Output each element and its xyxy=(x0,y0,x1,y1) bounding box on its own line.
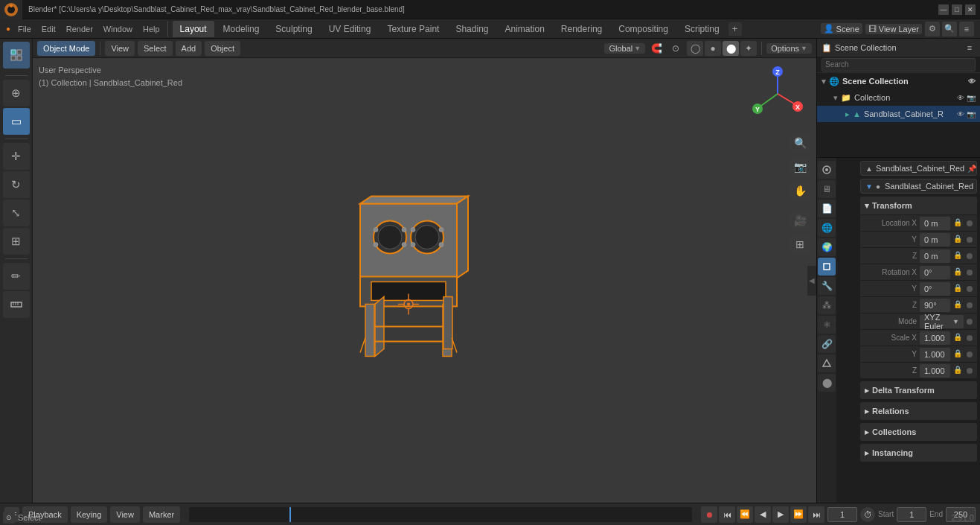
engine-selector-icon[interactable]: ⚙ xyxy=(925,22,940,36)
outliner-scene-collection[interactable]: ▾ 🌐 Scene Collection 👁 xyxy=(817,73,980,89)
prop-tab-physics[interactable]: ⚛ xyxy=(818,316,836,334)
pin-icon[interactable]: 📌 xyxy=(967,165,976,173)
rotation-y-value[interactable]: 0° xyxy=(920,282,950,296)
tab-rendering[interactable]: Rendering xyxy=(554,21,609,37)
add-menu-button[interactable]: Add xyxy=(176,41,202,56)
rotate-tool-button[interactable]: ↻ xyxy=(3,171,30,198)
cursor-tool-button[interactable]: ⊕ xyxy=(3,80,30,106)
object-selector[interactable]: ▲ Sandblast_Cabinet_Red 📌 xyxy=(860,161,977,176)
outliner-filter-icon[interactable]: ≡ xyxy=(964,42,976,54)
rendered-shading-button[interactable]: ✦ xyxy=(740,41,757,56)
outliner-collection[interactable]: ▾ 📁 Collection 👁 📷 xyxy=(817,89,980,106)
camera-view-button[interactable]: 📷 xyxy=(790,156,810,177)
scale-x-lock-icon[interactable]: 🔒 xyxy=(953,333,964,343)
ruler-tool-button[interactable] xyxy=(3,291,30,318)
transform-header[interactable]: ▾ Transform xyxy=(860,197,977,214)
rotation-x-value[interactable]: 0° xyxy=(920,266,950,279)
view-menu-button[interactable]: View xyxy=(105,41,135,56)
play-forward-button[interactable]: ▶ xyxy=(772,506,789,523)
view-layer-selector[interactable]: View Layer xyxy=(879,25,919,34)
mode-button[interactable] xyxy=(3,42,30,69)
prop-tab-modifier[interactable]: 🔧 xyxy=(818,277,836,295)
location-x-lock-icon[interactable]: 🔒 xyxy=(953,218,964,229)
status-editor-icon[interactable]: ⊙ xyxy=(3,512,15,524)
tab-compositing[interactable]: Compositing xyxy=(611,21,676,37)
location-z-value[interactable]: 0 m xyxy=(920,249,950,263)
scale-z-value[interactable]: 1.000 xyxy=(920,364,950,378)
step-back-button[interactable]: ⏪ xyxy=(737,506,753,523)
rotation-x-keyframe-dot[interactable] xyxy=(967,270,973,276)
prop-tab-data[interactable] xyxy=(818,354,836,372)
transform-tool-button[interactable]: ⊞ xyxy=(3,228,30,255)
close-button[interactable]: ✕ xyxy=(965,4,976,15)
prop-tab-object[interactable] xyxy=(818,258,836,276)
marker-button[interactable]: Marker xyxy=(143,506,180,523)
minimize-button[interactable]: — xyxy=(938,4,949,15)
rotation-z-value[interactable]: 90° xyxy=(920,299,950,312)
collection-visibility-icon[interactable]: 👁 xyxy=(957,94,964,102)
rotation-mode-value[interactable]: XYZ Euler ▼ xyxy=(920,315,964,328)
jump-start-button[interactable]: ⏮ xyxy=(719,506,735,523)
maximize-button[interactable]: □ xyxy=(952,4,962,15)
prop-tab-scene[interactable]: 🌐 xyxy=(818,219,836,237)
filter-top-icon[interactable]: ≡ xyxy=(959,22,974,36)
tab-animation[interactable]: Animation xyxy=(497,21,551,37)
grid-view-button[interactable]: ⊞ xyxy=(790,234,810,255)
options-button[interactable]: Options ▼ xyxy=(766,43,812,54)
instancing-header[interactable]: ▸ Instancing xyxy=(860,444,977,462)
location-z-keyframe-dot[interactable] xyxy=(967,253,973,259)
object-menu-button[interactable]: Object xyxy=(205,41,240,56)
data-object-selector[interactable]: ▼ ● Sandblast_Cabinet_Red xyxy=(860,179,977,194)
search-top-icon[interactable]: 🔍 xyxy=(942,22,957,36)
move-tool-button[interactable]: ✛ xyxy=(3,143,30,170)
relations-header[interactable]: ▸ Relations xyxy=(860,402,977,420)
transform-dropdown[interactable]: Global ▼ xyxy=(604,43,645,54)
rotation-y-lock-icon[interactable]: 🔒 xyxy=(953,284,964,294)
menu-edit[interactable]: Edit xyxy=(37,21,60,37)
material-shading-button[interactable]: ⬤ xyxy=(723,41,739,56)
scale-x-keyframe-dot[interactable] xyxy=(967,335,973,341)
fps-indicator[interactable]: ⏱ xyxy=(860,507,875,522)
orientation-gizmo[interactable]: Z X Y xyxy=(748,64,807,124)
object-visibility-icon[interactable]: 👁 xyxy=(957,110,964,118)
outliner-object-sandblast[interactable]: ▸ ▲ Sandblast_Cabinet_R 👁 📷 xyxy=(817,106,980,122)
tab-scripting[interactable]: Scripting xyxy=(677,21,727,37)
rotation-z-lock-icon[interactable]: 🔒 xyxy=(953,300,964,311)
prop-tab-render[interactable] xyxy=(818,161,836,179)
timeline-area[interactable] xyxy=(189,507,692,522)
prop-tab-output[interactable]: 🖥 xyxy=(818,180,836,198)
frame-start-input[interactable] xyxy=(897,507,926,522)
add-workspace-button[interactable]: + xyxy=(728,22,742,36)
annotate-tool-button[interactable]: ✏ xyxy=(3,263,30,290)
location-z-lock-icon[interactable]: 🔒 xyxy=(953,251,964,261)
select-box-tool-button[interactable]: ▭ xyxy=(3,108,30,135)
pan-view-button[interactable]: ✋ xyxy=(790,180,810,201)
scale-y-value[interactable]: 1.000 xyxy=(920,348,950,361)
tab-shading[interactable]: Shading xyxy=(448,21,496,37)
record-button[interactable]: ⏺ xyxy=(701,506,717,523)
viewport[interactable]: Object Mode View Select Add Object Globa… xyxy=(33,39,816,503)
prop-tab-particles[interactable]: ⁂ xyxy=(818,296,836,314)
location-x-keyframe-dot[interactable] xyxy=(967,220,973,226)
scale-z-keyframe-dot[interactable] xyxy=(967,368,973,374)
step-forward-button[interactable]: ⏩ xyxy=(790,506,807,523)
wireframe-shading-button[interactable]: ◯ xyxy=(687,41,703,56)
menu-help[interactable]: Help xyxy=(138,21,164,37)
right-panel-collapse-arrow[interactable]: ◀ xyxy=(807,266,816,296)
location-y-lock-icon[interactable]: 🔒 xyxy=(953,235,964,245)
tab-sculpting[interactable]: Sculpting xyxy=(268,21,319,37)
scale-tool-button[interactable]: ⤡ xyxy=(3,200,30,226)
tab-modeling[interactable]: Modeling xyxy=(216,21,267,37)
outliner-search-input[interactable] xyxy=(822,58,976,71)
collections-header[interactable]: ▸ Collections xyxy=(860,423,977,441)
object-mode-button[interactable]: Object Mode xyxy=(37,41,95,56)
proportional-edit-button[interactable]: ⊙ xyxy=(667,41,684,56)
scale-z-lock-icon[interactable]: 🔒 xyxy=(953,366,964,376)
scene-selector[interactable]: Scene xyxy=(836,25,859,34)
menu-render[interactable]: Render xyxy=(62,21,97,37)
rotation-z-keyframe-dot[interactable] xyxy=(967,302,973,308)
tab-layout[interactable]: Layout xyxy=(173,21,214,37)
scene-coll-visibility-icon[interactable]: 👁 xyxy=(968,77,976,86)
solid-shading-button[interactable]: ● xyxy=(705,41,721,56)
toggle-camera-button[interactable]: 🎥 xyxy=(790,210,810,231)
